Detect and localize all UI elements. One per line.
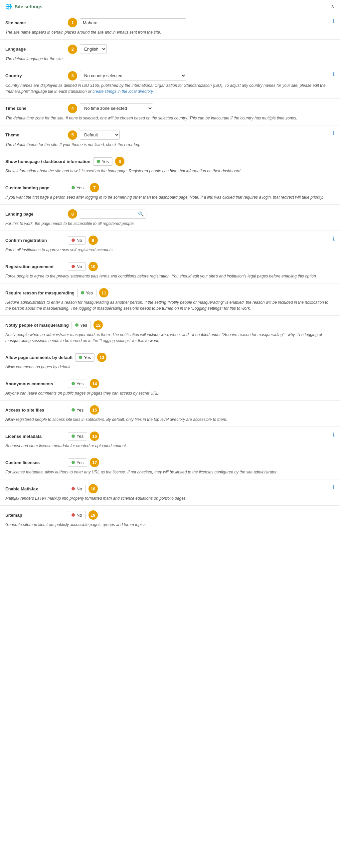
desc-registration-agreement: Force people to agree to the privacy sta… <box>5 273 335 279</box>
info-icon-country[interactable]: ℹ <box>333 71 335 77</box>
label-access-site-files: Access to site files <box>5 408 65 412</box>
select-language[interactable]: English <box>80 44 107 54</box>
desc-license-metadata: Request and store license metadata for c… <box>5 443 333 449</box>
label-site-name: Site name <box>5 20 65 25</box>
label-enable-mathjax: Enable MathJax <box>5 487 65 491</box>
info-icon-confirm-registration[interactable]: ℹ <box>333 236 335 242</box>
desc-language: The default language for the site. <box>5 56 335 62</box>
info-icon-site-name[interactable]: ℹ <box>333 18 335 24</box>
badge-notify-masquerading: 12 <box>93 320 103 330</box>
create-strings-link[interactable]: create strings in the local directory <box>92 89 153 94</box>
desc-enable-mathjax: Mathjax renders LaTeX markup into proper… <box>5 495 333 501</box>
label-landing-page: Landing page <box>5 212 65 217</box>
info-icon-enable-mathjax[interactable]: ℹ <box>333 484 335 490</box>
badge-country: 3 <box>68 71 77 81</box>
setting-row-timezone: Time zone 4 No time zone selected The de… <box>0 99 340 125</box>
desc-allow-page-comments: Allow comments on pages by default. <box>5 364 335 370</box>
desc-custom-licenses: For license metadata, allow authors to e… <box>5 469 335 475</box>
badge-access-site-files: 15 <box>90 405 99 414</box>
desc-theme: The default theme for the site. If your … <box>5 142 333 148</box>
page-header: 🌐 Site settings ∧ <box>0 0 340 13</box>
toggle-custom-landing-page[interactable]: Yes <box>68 184 87 192</box>
toggle-custom-licenses[interactable]: Yes <box>68 459 87 467</box>
setting-row-sitemap: Sitemap No 19 Generate sitemap files fro… <box>0 506 340 532</box>
setting-row-confirm-registration: Confirm registration No 9 Force all inst… <box>0 231 340 257</box>
badge-show-homepage: 6 <box>115 157 124 166</box>
desc-confirm-registration: Force all institutions to approve new se… <box>5 247 333 253</box>
desc-access-site-files: Allow registered people to access site f… <box>5 416 335 423</box>
label-language: Language <box>5 46 65 52</box>
desc-country: Country names are displayed as defined i… <box>5 83 333 94</box>
info-icon-theme[interactable]: ℹ <box>333 130 335 136</box>
setting-row-enable-mathjax: Enable MathJax No 18 Mathjax renders LaT… <box>0 479 340 506</box>
collapse-icon[interactable]: ∧ <box>331 3 335 10</box>
setting-row-site-name: Site name 1 The site name appears in cer… <box>0 13 340 39</box>
label-custom-licenses: Custom licenses <box>5 460 65 465</box>
toggle-notify-masquerading[interactable]: Yes <box>71 321 91 329</box>
badge-anonymous-comments: 14 <box>90 379 99 388</box>
label-show-homepage: Show homepage / dashboard information <box>5 159 91 164</box>
setting-row-landing-page: Landing page 8 🔍 For this to work, the p… <box>0 205 340 231</box>
toggle-license-metadata[interactable]: Yes <box>68 432 87 440</box>
badge-custom-landing-page: 7 <box>90 183 99 192</box>
badge-sitemap: 19 <box>89 510 98 520</box>
label-notify-masquerading: Notify people of masquerading <box>5 323 69 328</box>
toggle-allow-page-comments[interactable]: Yes <box>75 353 94 362</box>
desc-show-homepage: Show information about the site and how … <box>5 168 335 174</box>
badge-require-reason-masquerading: 11 <box>99 288 109 298</box>
toggle-require-reason-masquerading[interactable]: Yes <box>77 289 96 297</box>
setting-row-show-homepage: Show homepage / dashboard information Ye… <box>0 152 340 178</box>
setting-row-allow-page-comments: Allow page comments by default Yes 13 Al… <box>0 348 340 374</box>
badge-registration-agreement: 10 <box>89 262 98 271</box>
badge-language: 2 <box>68 44 77 54</box>
badge-landing-page: 8 <box>68 209 77 219</box>
toggle-show-homepage[interactable]: Yes <box>93 157 113 166</box>
select-timezone[interactable]: No time zone selected <box>80 103 153 113</box>
label-anonymous-comments: Anonymous comments <box>5 381 65 386</box>
setting-row-access-site-files: Access to site files Yes 15 Allow regist… <box>0 401 340 427</box>
label-country: Country <box>5 73 65 78</box>
desc-custom-landing-page: If you want the first page a person sees… <box>5 194 335 200</box>
desc-notify-masquerading: Notify people when an administrator masq… <box>5 332 335 344</box>
select-theme[interactable]: Default <box>80 130 120 140</box>
globe-icon: 🌐 <box>5 3 12 10</box>
badge-timezone: 4 <box>68 104 77 113</box>
toggle-access-site-files[interactable]: Yes <box>68 406 87 414</box>
page-title: Site settings <box>14 4 42 9</box>
badge-confirm-registration: 9 <box>89 236 98 245</box>
setting-row-registration-agreement: Registration agreement No 10 Force peopl… <box>0 257 340 283</box>
label-timezone: Time zone <box>5 106 65 111</box>
badge-allow-page-comments: 13 <box>97 353 106 362</box>
label-allow-page-comments: Allow page comments by default <box>5 355 72 360</box>
setting-row-anonymous-comments: Anonymous comments Yes 14 Anyone can lea… <box>0 374 340 401</box>
badge-custom-licenses: 17 <box>90 458 99 467</box>
desc-require-reason-masquerading: Require administrators to enter a reason… <box>5 300 335 311</box>
label-theme: Theme <box>5 132 65 137</box>
select-country[interactable]: No country selected <box>80 71 186 81</box>
setting-row-require-reason-masquerading: Require reason for masquerading Yes 11 R… <box>0 283 340 316</box>
toggle-confirm-registration[interactable]: No <box>68 236 86 245</box>
setting-row-language: Language 2 English The default language … <box>0 39 340 66</box>
toggle-anonymous-comments[interactable]: Yes <box>68 380 87 388</box>
badge-license-metadata: 16 <box>90 432 99 441</box>
label-require-reason-masquerading: Require reason for masquerading <box>5 290 74 296</box>
label-confirm-registration: Confirm registration <box>5 238 65 243</box>
desc-anonymous-comments: Anyone can leave comments on public page… <box>5 390 335 396</box>
label-registration-agreement: Registration agreement <box>5 264 65 269</box>
desc-site-name: The site name appears in certain places … <box>5 29 333 35</box>
desc-landing-page: For this to work, the page needs to be a… <box>5 221 335 226</box>
badge-enable-mathjax: 18 <box>89 484 98 493</box>
input-site-name[interactable] <box>80 18 186 27</box>
toggle-enable-mathjax[interactable]: No <box>68 485 86 493</box>
input-landing-page[interactable] <box>80 210 146 219</box>
desc-sitemap: Generate sitemap files from publicly acc… <box>5 522 335 528</box>
badge-theme: 5 <box>68 130 77 140</box>
toggle-sitemap[interactable]: No <box>68 511 86 519</box>
toggle-registration-agreement[interactable]: No <box>68 262 86 271</box>
label-license-metadata: License metadata <box>5 434 65 439</box>
setting-row-custom-licenses: Custom licenses Yes 17 For license metad… <box>0 453 340 479</box>
setting-row-notify-masquerading: Notify people of masquerading Yes 12 Not… <box>0 316 340 348</box>
desc-timezone: The default time zone for the site. If n… <box>5 115 335 121</box>
setting-row-license-metadata: License metadata Yes 16 Request and stor… <box>0 427 340 453</box>
info-icon-license-metadata[interactable]: ℹ <box>333 432 335 438</box>
